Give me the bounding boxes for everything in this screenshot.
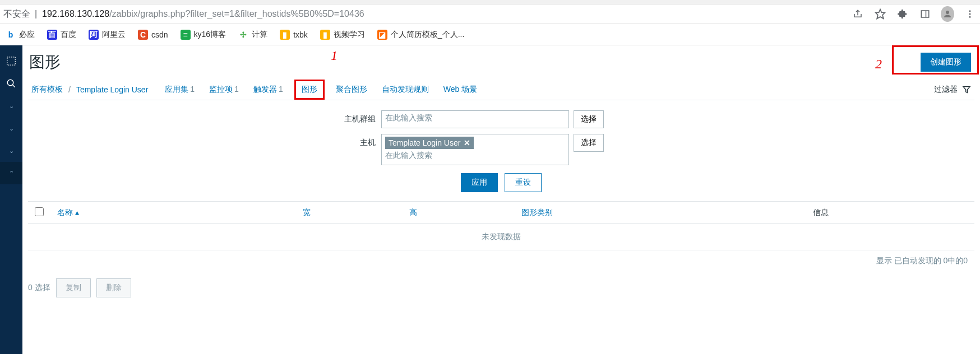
table-empty: 未发现数据 bbox=[28, 224, 974, 250]
svg-point-4 bbox=[969, 10, 971, 12]
svg-marker-10 bbox=[963, 86, 970, 92]
page-title: 图形 bbox=[28, 52, 921, 73]
annotation-2: 2 bbox=[875, 57, 882, 72]
svg-point-3 bbox=[946, 11, 949, 14]
svg-rect-7 bbox=[7, 57, 15, 65]
bookmark-item[interactable]: 百百度 bbox=[47, 30, 76, 40]
col-width[interactable]: 宽 bbox=[296, 202, 403, 224]
col-type[interactable]: 图形类别 bbox=[515, 202, 806, 224]
host-label: 主机 bbox=[28, 134, 381, 148]
svg-marker-0 bbox=[876, 10, 885, 19]
search-icon[interactable] bbox=[0, 72, 22, 95]
svg-point-6 bbox=[969, 16, 971, 18]
bookmark-item[interactable]: ▮视频学习 bbox=[320, 30, 365, 40]
profile-avatar[interactable] bbox=[941, 7, 954, 21]
bookmark-item[interactable]: ◪个人简历模板_个人... bbox=[377, 30, 464, 40]
annotation-1: 1 bbox=[331, 48, 338, 63]
select-all-checkbox[interactable] bbox=[35, 207, 44, 216]
bookmark-item[interactable]: Ccsdn bbox=[138, 30, 168, 40]
tab-triggers[interactable]: 触发器1 bbox=[250, 80, 286, 100]
star-icon[interactable] bbox=[873, 7, 887, 21]
menu-dots-icon[interactable] bbox=[963, 7, 977, 21]
filter-toggle[interactable]: 过滤器 bbox=[931, 85, 974, 95]
sidebar-expand[interactable]: ⌃ bbox=[0, 162, 22, 184]
svg-rect-1 bbox=[921, 11, 929, 17]
tab-items[interactable]: 监控项1 bbox=[206, 80, 242, 100]
apply-button[interactable]: 应用 bbox=[461, 173, 498, 192]
hostgroup-input[interactable] bbox=[385, 113, 565, 122]
breadcrumb-all-templates[interactable]: 所有模板 bbox=[28, 80, 66, 100]
tab-web[interactable]: Web 场景 bbox=[440, 80, 480, 100]
url-text[interactable]: 192.168.130.128/zabbix/graphs.php?filter… bbox=[42, 9, 364, 19]
tab-screens[interactable]: 聚合图形 bbox=[332, 80, 371, 100]
annotation-box-2 bbox=[892, 45, 979, 74]
bookmark-item[interactable]: ≡ky16博客 bbox=[181, 30, 226, 40]
extensions-icon[interactable] bbox=[896, 7, 909, 21]
hostgroup-multiselect[interactable] bbox=[381, 110, 569, 128]
tab-discovery[interactable]: 自动发现规则 bbox=[378, 80, 432, 100]
sidebar-collapse-3[interactable]: ⌄ bbox=[0, 139, 22, 162]
host-tag-remove[interactable]: ✕ bbox=[464, 138, 470, 147]
filter-label: 过滤器 bbox=[934, 85, 958, 95]
svg-line-9 bbox=[12, 85, 15, 87]
graphs-table: 名称 ▴ 宽 高 图形类别 信息 未发现数据 bbox=[28, 202, 974, 250]
svg-point-5 bbox=[969, 13, 971, 15]
bookmark-item[interactable]: 阿阿里云 bbox=[89, 30, 126, 40]
host-multiselect[interactable]: Template Login User ✕ bbox=[381, 134, 569, 165]
sidebar: ⌄ ⌄ ⌄ ⌃ bbox=[0, 45, 22, 354]
breadcrumb-template[interactable]: Template Login User bbox=[73, 80, 151, 99]
address-bar: 不安全 | 192.168.130.128/zabbix/graphs.php?… bbox=[0, 4, 980, 24]
col-height[interactable]: 高 bbox=[403, 202, 515, 224]
tab-graphs[interactable]: 图形 bbox=[294, 80, 325, 100]
host-input[interactable] bbox=[385, 151, 565, 160]
panel-icon[interactable] bbox=[918, 7, 932, 21]
tab-applications[interactable]: 应用集1 bbox=[161, 80, 198, 100]
delete-button[interactable]: 删除 bbox=[96, 278, 131, 297]
svg-point-8 bbox=[7, 80, 13, 86]
copy-button[interactable]: 复制 bbox=[56, 278, 91, 297]
sidebar-collapse-1[interactable]: ⌄ bbox=[0, 95, 22, 117]
hostgroup-label: 主机群组 bbox=[28, 110, 381, 124]
filter-panel: 主机群组 选择 主机 Template Login User ✕ 选择 bbox=[28, 100, 974, 202]
host-tag: Template Login User ✕ bbox=[385, 137, 474, 149]
reset-button[interactable]: 重设 bbox=[505, 173, 542, 192]
selected-count: 0 选择 bbox=[28, 283, 50, 293]
share-icon[interactable] bbox=[851, 7, 865, 21]
bookmark-item[interactable]: ✢计算 bbox=[238, 30, 267, 40]
breadcrumb-tabs: 所有模板 / Template Login User 应用集1 监控项1 触发器… bbox=[28, 79, 974, 100]
sidebar-collapse-2[interactable]: ⌄ bbox=[0, 117, 22, 139]
insecure-label: 不安全 bbox=[3, 8, 30, 20]
bookmark-item[interactable]: ▮txbk bbox=[280, 30, 308, 40]
hostgroup-select-button[interactable]: 选择 bbox=[574, 110, 604, 128]
sidebar-logo[interactable] bbox=[0, 50, 22, 72]
bookmarks-bar: b必应百百度阿阿里云Ccsdn≡ky16博客✢计算▮txbk▮视频学习◪个人简历… bbox=[0, 24, 980, 45]
filter-icon bbox=[962, 85, 971, 94]
col-info: 信息 bbox=[806, 202, 974, 224]
col-name[interactable]: 名称 ▴ bbox=[50, 202, 296, 224]
host-select-button[interactable]: 选择 bbox=[574, 134, 604, 152]
bookmark-item[interactable]: b必应 bbox=[6, 30, 35, 40]
table-summary: 显示 已自动发现的 0中的0 bbox=[28, 250, 974, 272]
